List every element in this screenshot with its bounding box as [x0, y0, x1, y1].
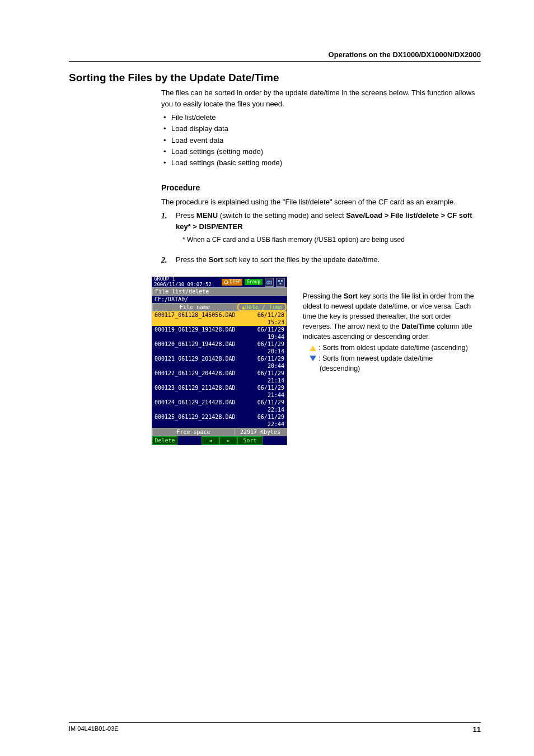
step-footnote: * When a CF card and a USB flash memory … — [182, 235, 481, 245]
bullet-item: Load display data — [171, 123, 481, 134]
table-row[interactable]: 000122_061129_204428.DAD06/11/29 21:14 — [152, 370, 287, 384]
intro-text: The files can be sorted in order by the … — [161, 87, 481, 110]
explanation-text: Pressing the Sort key sorts the file lis… — [303, 277, 481, 374]
step-number: 1. — [161, 210, 167, 222]
network-icon[interactable] — [276, 278, 285, 287]
table-row[interactable]: 000117_061128_145056.DAD06/11/28 15:23 — [152, 311, 287, 326]
bullet-item: Load settings (setting mode) — [171, 146, 481, 157]
svg-rect-5 — [280, 283, 282, 284]
bullet-item: Load settings (basic setting mode) — [171, 157, 481, 169]
triangle-up-icon — [310, 346, 316, 351]
step-2: 2. Press the Sort soft key to sort the f… — [161, 254, 481, 265]
device-free-space: Free space 22917 Kbytes — [152, 428, 287, 436]
device-table: 000117_061128_145056.DAD06/11/28 15:23 0… — [152, 311, 287, 428]
section-heading: Sorting the Files by the Update Date/Tim… — [69, 72, 481, 84]
table-row[interactable]: 000125_061129_221428.DAD06/11/29 22:44 — [152, 413, 287, 428]
step-number: 2. — [161, 254, 167, 267]
step-text: Press the Sort soft key to sort the file… — [176, 255, 380, 264]
page-header: Operations on the DX1000/DX1000N/DX2000 — [69, 50, 481, 62]
table-row[interactable]: 000119_061129_191428.DAD06/11/29 19:44 — [152, 326, 287, 340]
svg-point-2 — [269, 282, 270, 283]
softkey-blank — [263, 436, 287, 445]
device-screenshot: GROUP 1 2006/11/30 09:07:52 DISP Group F… — [152, 277, 287, 445]
col-datetime[interactable]: ▲Date / Time — [237, 303, 287, 311]
group-tag[interactable]: Group — [245, 279, 263, 285]
step-text: Press MENU (switch to the setting mode) … — [176, 211, 472, 231]
softkey-left[interactable]: ◄ — [202, 436, 219, 445]
svg-point-0 — [224, 281, 228, 284]
procedure-heading: Procedure — [161, 182, 481, 194]
disp-tag[interactable]: DISP — [222, 279, 242, 286]
softkey-right[interactable]: ► — [219, 436, 237, 445]
table-row[interactable]: 000124_061129_214428.DAD06/11/29 22:14 — [152, 399, 287, 413]
procedure-intro: The procedure is explained using the "Fi… — [161, 197, 481, 208]
camera-icon[interactable] — [265, 278, 274, 287]
table-row[interactable]: 000120_061129_194428.DAD06/11/29 20:14 — [152, 340, 287, 355]
col-filename[interactable]: File name — [152, 303, 237, 311]
bullet-list: File list/delete Load display data Load … — [161, 112, 481, 169]
device-softkeys: Delete ◄ ► Sort — [152, 436, 287, 445]
svg-rect-3 — [278, 280, 280, 282]
device-group-label: GROUP 1 — [154, 277, 212, 282]
device-screen-title: File list/delete — [152, 287, 287, 296]
softkey-delete[interactable]: Delete — [152, 436, 177, 445]
footer-page-number: 11 — [473, 725, 481, 734]
table-row[interactable]: 000123_061129_211428.DAD06/11/29 21:44 — [152, 384, 287, 399]
footer-doc-id: IM 04L41B01-03E — [69, 725, 119, 734]
step-1: 1. Press MENU (switch to the setting mod… — [161, 210, 481, 245]
softkey-blank — [177, 436, 202, 445]
device-datetime: 2006/11/30 09:07:52 — [154, 282, 212, 287]
bullet-item: Load event data — [171, 135, 481, 146]
softkey-sort[interactable]: Sort — [237, 436, 263, 445]
device-titlebar: GROUP 1 2006/11/30 09:07:52 DISP Group — [152, 277, 287, 287]
table-row[interactable]: 000121_061129_201428.DAD06/11/29 20:44 — [152, 355, 287, 370]
spiral-icon — [223, 279, 229, 285]
bullet-item: File list/delete — [171, 112, 481, 123]
svg-rect-4 — [281, 280, 283, 282]
triangle-down-icon — [310, 356, 316, 361]
device-path: CF:/DATA0/ — [152, 296, 287, 303]
